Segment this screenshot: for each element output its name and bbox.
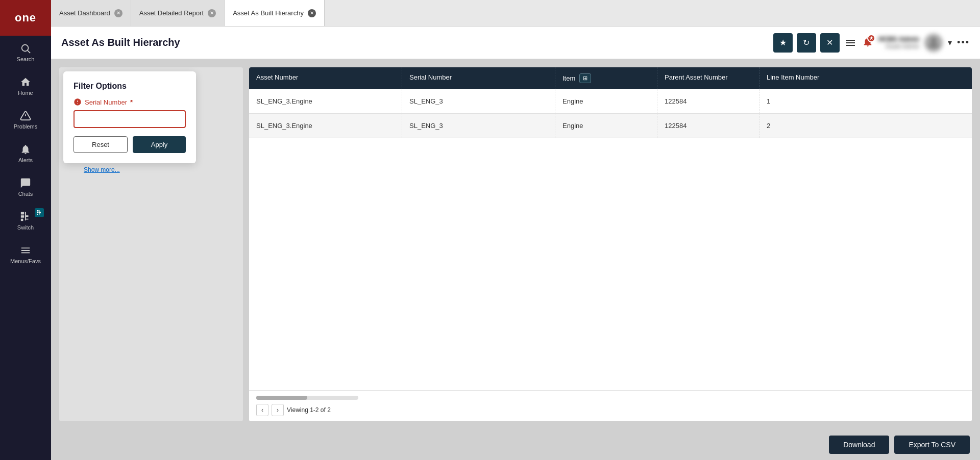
notification-badge: ★ [867, 34, 875, 42]
scrollbar-track[interactable] [256, 396, 358, 400]
td-line-0: 1 [760, 89, 972, 113]
user-info: HCBS Admin Asset Admin [878, 35, 919, 50]
user-dropdown-button[interactable]: ▾ [948, 38, 952, 47]
svg-point-4 [931, 38, 936, 42]
td-parent-0: 122584 [657, 89, 760, 113]
hamburger-menu-button[interactable] [844, 38, 857, 48]
sidebar-item-search[interactable]: Search [0, 36, 51, 69]
table-header: Asset Number Serial Number Item ⊞ Parent… [249, 67, 972, 89]
svg-point-0 [22, 45, 29, 52]
problems-icon [20, 110, 31, 121]
serial-number-input[interactable] [74, 110, 186, 128]
user-role: Asset Admin [885, 43, 919, 50]
reset-button[interactable]: Reset [74, 136, 128, 153]
more-options-button[interactable]: ••• [957, 37, 970, 48]
main-area: Asset Dashboard ✕ Asset Detailed Report … [51, 0, 980, 460]
td-asset-number-1: SL_ENG_3.Engine [249, 114, 402, 138]
sidebar-home-label: Home [18, 90, 33, 96]
svg-point-7 [77, 103, 78, 104]
home-icon [20, 76, 31, 88]
sidebar-item-alerts[interactable]: Alerts [0, 137, 51, 170]
alerts-icon [20, 144, 31, 155]
filter-popup-title: Filter Options [74, 82, 186, 91]
notification-bell[interactable]: ★ [862, 36, 873, 49]
table-body: SL_ENG_3.Engine SL_ENG_3 Engine 122584 1… [249, 89, 972, 390]
avatar-icon [926, 36, 941, 50]
td-asset-number-0: SL_ENG_3.Engine [249, 89, 402, 113]
td-item-0: Engine [555, 89, 657, 113]
filter-popup: Filter Options Serial Number * Reset App… [63, 71, 196, 163]
tab-close-asset-as-built-hierarchy[interactable]: ✕ [308, 9, 316, 17]
th-item: Item ⊞ [555, 67, 657, 89]
th-parent-asset-number: Parent Asset Number [657, 67, 760, 89]
page-title: Asset As Built Hierarchy [61, 37, 180, 48]
td-parent-1: 122584 [657, 114, 760, 138]
td-serial-number-0: SL_ENG_3 [402, 89, 555, 113]
page-info: Viewing 1-2 of 2 [287, 406, 331, 414]
page-header: Asset As Built Hierarchy ★ ↻ ✕ ★ HCBS Ad… [51, 27, 980, 59]
td-item-1: Engine [555, 114, 657, 138]
sidebar-item-menus-favs[interactable]: Menus/Favs [0, 238, 51, 271]
filter-serial-label: Serial Number * [74, 98, 186, 106]
sidebar-item-switch[interactable]: Switch [0, 204, 51, 238]
item-column-icon-btn[interactable]: ⊞ [579, 73, 591, 83]
refresh-button[interactable]: ↻ [797, 33, 816, 53]
pagination: ‹ › Viewing 1-2 of 2 [256, 404, 358, 416]
user-name: HCBS Admin [878, 35, 919, 43]
table-row: SL_ENG_3.Engine SL_ENG_3 Engine 122584 1 [249, 89, 972, 114]
action-bar: Download Export To CSV [51, 429, 980, 460]
search-icon [20, 43, 31, 54]
sidebar-alerts-label: Alerts [18, 157, 33, 163]
star-button[interactable]: ★ [773, 33, 793, 53]
sidebar-chats-label: Chats [18, 191, 33, 197]
tab-close-asset-detailed-report[interactable]: ✕ [208, 9, 216, 17]
show-more-link[interactable]: Show more... [65, 166, 237, 173]
chats-icon [20, 177, 31, 189]
apply-button[interactable]: Apply [133, 136, 186, 153]
tab-bar: Asset Dashboard ✕ Asset Detailed Report … [51, 0, 980, 27]
sidebar: one Search Home Problems Alerts Chats Sw… [0, 0, 51, 460]
sidebar-item-home[interactable]: Home [0, 69, 51, 103]
table-row: SL_ENG_3.Engine SL_ENG_3 Engine 122584 2 [249, 114, 972, 138]
avatar [924, 34, 943, 52]
tab-asset-dashboard[interactable]: Asset Dashboard ✕ [51, 0, 131, 26]
prev-page-button[interactable]: ‹ [256, 404, 268, 416]
sidebar-problems-label: Problems [14, 123, 37, 130]
tab-close-asset-dashboard[interactable]: ✕ [114, 9, 122, 17]
header-right: ★ HCBS Admin Asset Admin ▾ ••• [844, 34, 970, 52]
tab-asset-detailed-report[interactable]: Asset Detailed Report ✕ [131, 0, 225, 26]
close-button[interactable]: ✕ [820, 33, 840, 53]
table-footer: ‹ › Viewing 1-2 of 2 [249, 390, 972, 421]
switch-icon [20, 211, 31, 222]
error-icon [74, 98, 82, 106]
switch-badge [35, 208, 44, 217]
filter-actions: Reset Apply [74, 136, 186, 153]
app-logo: one [0, 0, 51, 36]
sidebar-item-problems[interactable]: Problems [0, 103, 51, 137]
left-panel: Filter Options Serial Number * Reset App… [59, 67, 243, 421]
menu-favs-icon [20, 245, 31, 256]
content-area: Filter Options Serial Number * Reset App… [51, 59, 980, 429]
next-page-button[interactable]: › [272, 404, 284, 416]
sidebar-menus-favs-label: Menus/Favs [10, 258, 41, 264]
tab-asset-as-built-hierarchy[interactable]: Asset As Built Hierarchy ✕ [225, 0, 325, 26]
export-csv-button[interactable]: Export To CSV [894, 436, 970, 454]
download-button[interactable]: Download [829, 436, 889, 454]
header-actions: ★ ↻ ✕ ★ HCBS Admin Asset Admin [773, 33, 970, 53]
table-panel: Asset Number Serial Number Item ⊞ Parent… [249, 67, 972, 421]
th-line-item-number: Line Item Number [760, 67, 972, 89]
td-line-1: 2 [760, 114, 972, 138]
scrollbar-thumb [256, 396, 307, 400]
th-serial-number: Serial Number [402, 67, 555, 89]
svg-line-1 [28, 50, 30, 53]
switch-badge-icon [36, 210, 42, 216]
th-asset-number: Asset Number [249, 67, 402, 89]
sidebar-search-label: Search [17, 56, 35, 62]
td-serial-number-1: SL_ENG_3 [402, 114, 555, 138]
sidebar-switch-label: Switch [17, 224, 34, 231]
sidebar-item-chats[interactable]: Chats [0, 170, 51, 204]
